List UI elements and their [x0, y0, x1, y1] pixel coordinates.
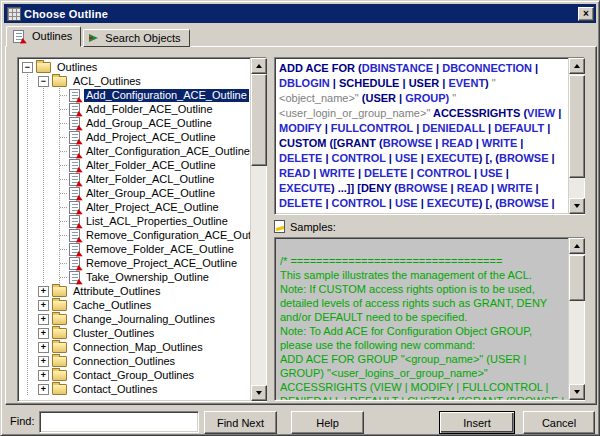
- tree-row[interactable]: +Cluster_Outlines: [20, 326, 250, 340]
- tree-row[interactable]: +Change_Journaling_Outlines: [20, 312, 250, 326]
- find-input[interactable]: [39, 411, 199, 433]
- syntax-token: WRITE: [319, 212, 354, 214]
- tree-row[interactable]: Add_Group_ACE_Outline: [20, 116, 250, 130]
- tree-row[interactable]: Alter_Group_ACE_Outline: [20, 186, 250, 200]
- tree-row[interactable]: Take_Ownership_Outline: [20, 270, 250, 284]
- tree-item-label[interactable]: Take_Ownership_Outline: [84, 271, 211, 284]
- find-next-button[interactable]: Find Next: [204, 411, 277, 434]
- tree-row[interactable]: List_ACL_Properties_Outline: [20, 214, 250, 228]
- tree-item-label[interactable]: Cache_Outlines: [71, 299, 153, 312]
- tree-row[interactable]: Alter_Project_ACE_Outline: [20, 200, 250, 214]
- syntax-token: |: [418, 152, 427, 164]
- scroll-up-button[interactable]: [569, 238, 585, 254]
- tree-item-label[interactable]: Attribute_Outlines: [71, 285, 162, 298]
- tree-item-label[interactable]: Add_Project_ACE_Outline: [84, 131, 218, 144]
- tree-item-label[interactable]: List_ACL_Properties_Outline: [84, 215, 230, 228]
- insert-button[interactable]: Insert: [439, 411, 515, 434]
- collapse-box-icon[interactable]: −: [22, 62, 33, 73]
- expand-box-icon[interactable]: +: [38, 300, 49, 311]
- tree-row[interactable]: −ACL_Outlines: [20, 74, 250, 88]
- tree-item-label[interactable]: Alter_Configuration_ACE_Outline: [84, 145, 250, 158]
- tree-row[interactable]: +Cache_Outlines: [20, 298, 250, 312]
- tree-item-label[interactable]: Contact_Group_Outlines: [71, 369, 196, 382]
- syntax-token: |: [355, 212, 364, 214]
- tree-connector: [52, 130, 68, 144]
- expand-box-icon[interactable]: +: [38, 342, 49, 353]
- tab-search-objects[interactable]: Search Objects: [83, 29, 189, 47]
- tree-row[interactable]: Alter_Configuration_ACE_Outline: [20, 144, 250, 158]
- tree-guide-line: [36, 186, 52, 200]
- tree-row[interactable]: Alter_Folder_ACL_Outline: [20, 172, 250, 186]
- outline-syntax-text[interactable]: ADD ACE FOR (DBINSTANCE | DBCONNECTION |…: [275, 58, 568, 214]
- tree-item-label[interactable]: Cluster_Outlines: [71, 327, 156, 340]
- collapse-box-icon[interactable]: −: [38, 76, 49, 87]
- expand-box-icon[interactable]: +: [38, 370, 49, 381]
- tree-row[interactable]: Add_Folder_ACE_Outline: [20, 102, 250, 116]
- help-button[interactable]: Help: [291, 411, 364, 434]
- tree-row[interactable]: Remove_Project_ACE_Outline: [20, 256, 250, 270]
- tree-row[interactable]: +Attribute_Outlines: [20, 284, 250, 298]
- expand-box-icon[interactable]: +: [38, 384, 49, 395]
- tree-row[interactable]: +Contact_Group_Outlines: [20, 368, 250, 382]
- outline-tree[interactable]: −Outlines−ACL_OutlinesAdd_Configuration_…: [18, 58, 250, 401]
- outline-doc-icon: [69, 229, 80, 242]
- tab-outlines[interactable]: Outlines: [6, 26, 81, 47]
- tree-guide-line: [20, 326, 36, 340]
- scroll-up-button[interactable]: [251, 58, 267, 74]
- folder-icon: [52, 314, 67, 325]
- outline-doc-icon: [69, 103, 80, 116]
- tree-item-label[interactable]: Add_Folder_ACE_Outline: [84, 103, 215, 116]
- tree-item-label[interactable]: Alter_Folder_ACL_Outline: [84, 173, 216, 186]
- tree-row[interactable]: +Connection_Map_Outlines: [20, 340, 250, 354]
- tree-item-label[interactable]: Alter_Group_ACE_Outline: [84, 187, 217, 200]
- tree-item-label[interactable]: Outlines: [55, 61, 99, 74]
- tree-item-label[interactable]: Connection_Outlines: [71, 355, 177, 368]
- scroll-down-button[interactable]: [569, 198, 585, 214]
- scrollbar-thumb[interactable]: [569, 75, 585, 178]
- tree-connector: [52, 228, 68, 242]
- tree-row[interactable]: Add_Project_ACE_Outline: [20, 130, 250, 144]
- scroll-down-button[interactable]: [251, 385, 267, 401]
- outline-doc-icon: [69, 145, 80, 158]
- syntax-token: BROWSE: [499, 197, 549, 209]
- app-icon: [7, 7, 21, 21]
- scrollbar-thumb[interactable]: [569, 255, 585, 301]
- cancel-button[interactable]: Cancel: [523, 411, 595, 434]
- syntax-token: SCHEDULE: [339, 77, 400, 89]
- expand-box-icon[interactable]: +: [38, 356, 49, 367]
- tree-row[interactable]: Add_Configuration_ACE_Outline: [20, 88, 250, 102]
- tree-item-label[interactable]: Remove_Folder_ACE_Outline: [84, 243, 236, 256]
- tree-item-label[interactable]: Remove_Configuration_ACE_Outline: [84, 229, 250, 242]
- tree-item-label[interactable]: Alter_Folder_ACE_Outline: [84, 159, 218, 172]
- tree-row[interactable]: Alter_Folder_ACE_Outline: [20, 158, 250, 172]
- scroll-down-button[interactable]: [569, 384, 585, 400]
- tree-row[interactable]: Remove_Folder_ACE_Outline: [20, 242, 250, 256]
- tree-connector: [52, 172, 68, 186]
- sample-script-text[interactable]: /* ================================= Thi…: [275, 238, 568, 400]
- tree-item-label[interactable]: ACL_Outlines: [71, 75, 143, 88]
- tree-item-label[interactable]: Add_Group_ACE_Outline: [84, 117, 214, 130]
- tree-item-label[interactable]: Contact_Outlines: [71, 383, 159, 396]
- find-label: Find:: [10, 415, 34, 427]
- tree-row[interactable]: −Outlines: [20, 60, 250, 74]
- tree-item-label[interactable]: Change_Journaling_Outlines: [71, 313, 217, 326]
- scroll-up-button[interactable]: [569, 58, 585, 74]
- tree-item-label[interactable]: Add_Configuration_ACE_Outline: [84, 89, 249, 102]
- expand-box-icon[interactable]: +: [38, 286, 49, 297]
- title-bar[interactable]: Choose Outline ×: [4, 4, 596, 23]
- tree-scrollbar[interactable]: [250, 58, 266, 401]
- tree-item-label[interactable]: Remove_Project_ACE_Outline: [84, 257, 239, 270]
- syntax-token: FULLCONTROL: [331, 122, 413, 134]
- samples-scrollbar[interactable]: [568, 238, 584, 400]
- tree-item-label[interactable]: Connection_Map_Outlines: [71, 341, 205, 354]
- expand-box-icon[interactable]: +: [38, 328, 49, 339]
- close-button[interactable]: ×: [578, 7, 594, 21]
- tree-row[interactable]: Remove_Configuration_ACE_Outline: [20, 228, 250, 242]
- tree-row[interactable]: +Contact_Outlines: [20, 382, 250, 396]
- scrollbar-thumb[interactable]: [251, 74, 267, 166]
- syntax-scrollbar[interactable]: [568, 58, 584, 214]
- expand-box-icon[interactable]: +: [38, 314, 49, 325]
- tree-connector: [52, 256, 68, 270]
- tree-row[interactable]: +Connection_Outlines: [20, 354, 250, 368]
- tree-item-label[interactable]: Alter_Project_ACE_Outline: [84, 201, 221, 214]
